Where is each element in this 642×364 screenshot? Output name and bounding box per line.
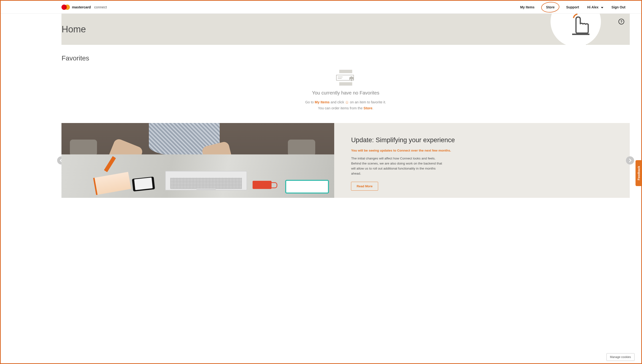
slide-body-text: The initial changes will affect how Conn… (351, 156, 442, 176)
carousel-slide: Update: Simplifying your experience You … (62, 123, 630, 198)
nav-my-items[interactable]: My Items (520, 5, 534, 9)
page-title: Home (62, 24, 86, 34)
slide-title: Update: Simplifying your experience (351, 136, 608, 144)
favorites-empty-state: You currently have no Favorites Go to My… (62, 69, 630, 111)
news-carousel: Update: Simplifying your experience You … (62, 123, 630, 198)
top-nav: mastercard connect My Items Store Suppor… (1, 1, 641, 14)
star-icon: ☆ (345, 100, 349, 105)
brand-sub: connect (94, 5, 107, 9)
feedback-tab[interactable]: Feedback (635, 160, 642, 186)
svg-rect-3 (339, 70, 352, 73)
read-more-button[interactable]: Read More (351, 182, 378, 191)
hand-tap-icon (565, 14, 594, 37)
svg-text:?: ? (620, 20, 622, 24)
svg-rect-8 (339, 82, 352, 86)
brand-name: mastercard (72, 5, 91, 9)
link-my-items[interactable]: My Items (315, 100, 330, 104)
nav-store[interactable]: Store (543, 4, 558, 10)
manage-cookies-button[interactable]: Manage cookies (606, 353, 634, 361)
carousel-next-button[interactable] (626, 156, 634, 164)
nav-sign-out[interactable]: Sign Out (611, 5, 625, 9)
mastercard-logo-icon (62, 4, 70, 10)
empty-list-icon (335, 69, 356, 86)
favorites-title: Favorites (62, 54, 630, 62)
slide-image (62, 123, 334, 198)
help-icon: ? (618, 18, 624, 25)
help-button[interactable]: ? (618, 18, 624, 25)
hero: Home ? (1, 14, 641, 45)
link-store[interactable]: Store (363, 106, 372, 110)
nav-user-menu[interactable]: Hi Alex (587, 5, 603, 9)
nav-greeting: Hi Alex (587, 5, 598, 9)
chevron-down-icon (601, 7, 603, 8)
favorites-empty-line2: You can order items from the Store. (62, 106, 630, 111)
hero-art (548, 14, 630, 45)
favorites-empty-title: You currently have no Favorites (62, 89, 630, 97)
slide-subtitle: You will be seeing updates to Connect ov… (351, 149, 608, 152)
chevron-right-icon (628, 158, 632, 162)
brand[interactable]: mastercard connect (62, 4, 107, 10)
nav-support[interactable]: Support (566, 5, 579, 9)
favorites-empty-line1: Go to My Items and click ☆ on an item to… (62, 98, 630, 106)
